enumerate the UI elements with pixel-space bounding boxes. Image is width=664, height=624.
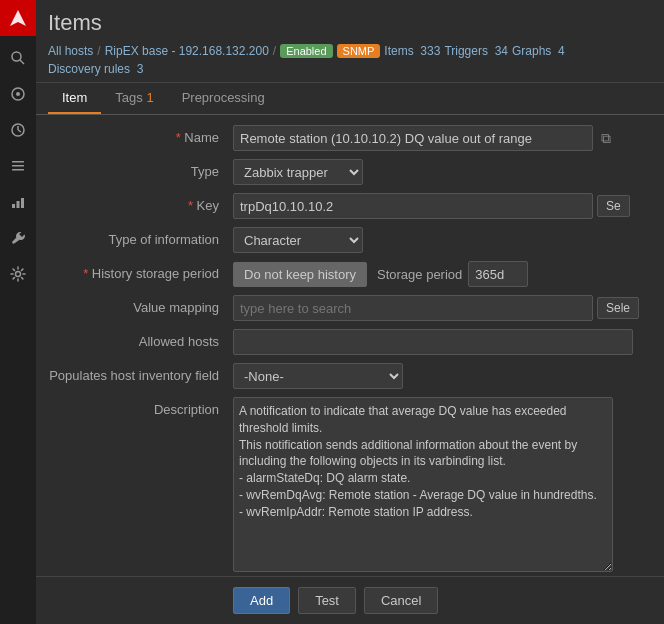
svg-rect-12 bbox=[21, 198, 24, 208]
info-type-row: Type of information Character Numeric (u… bbox=[36, 227, 664, 253]
allowed-hosts-input[interactable] bbox=[233, 329, 633, 355]
inventory-row: Populates host inventory field -None- bbox=[36, 363, 664, 389]
svg-point-13 bbox=[16, 272, 21, 277]
history-label: History storage period bbox=[48, 261, 233, 281]
page-title: Items bbox=[48, 10, 652, 36]
graphs-nav-link[interactable]: Graphs 4 bbox=[512, 44, 565, 58]
info-type-select[interactable]: Character Numeric (unsigned) Numeric (fl… bbox=[233, 227, 363, 253]
cancel-button[interactable]: Cancel bbox=[364, 587, 438, 614]
value-mapping-row: Value mapping Sele bbox=[36, 295, 664, 321]
storage-period-input[interactable] bbox=[468, 261, 528, 287]
key-select-button[interactable]: Se bbox=[597, 195, 630, 217]
tab-item[interactable]: Item bbox=[48, 83, 101, 114]
svg-rect-8 bbox=[12, 165, 24, 167]
page-header: Items All hosts / RipEX base - 192.168.1… bbox=[36, 0, 664, 83]
app-logo bbox=[0, 0, 36, 36]
test-button[interactable]: Test bbox=[298, 587, 356, 614]
clock-icon[interactable] bbox=[0, 112, 36, 148]
do-not-keep-button[interactable]: Do not keep history bbox=[233, 262, 367, 287]
search-icon[interactable] bbox=[0, 40, 36, 76]
copy-icon[interactable]: ⧉ bbox=[597, 126, 615, 151]
form-area: Name ⧉ Type Zabbix trapper Zabbix agent … bbox=[36, 115, 664, 576]
add-button[interactable]: Add bbox=[233, 587, 290, 614]
triggers-nav-link[interactable]: Triggers 34 bbox=[444, 44, 508, 58]
list-icon[interactable] bbox=[0, 148, 36, 184]
chart-icon[interactable] bbox=[0, 184, 36, 220]
history-field-group: Do not keep history Storage period bbox=[233, 261, 528, 287]
breadcrumb-sep1: / bbox=[97, 44, 100, 58]
svg-rect-9 bbox=[12, 169, 24, 171]
description-row: Description A notification to indicate t… bbox=[36, 397, 664, 572]
svg-point-3 bbox=[16, 92, 20, 96]
svg-line-1 bbox=[20, 60, 24, 64]
inventory-select[interactable]: -None- bbox=[233, 363, 403, 389]
type-label: Type bbox=[48, 159, 233, 179]
svg-rect-10 bbox=[12, 204, 15, 208]
form-footer: Add Test Cancel bbox=[36, 576, 664, 624]
main-content: Items All hosts / RipEX base - 192.168.1… bbox=[36, 0, 664, 624]
tab-preprocessing[interactable]: Preprocessing bbox=[168, 83, 279, 114]
svg-rect-11 bbox=[17, 201, 20, 208]
allowed-hosts-label: Allowed hosts bbox=[48, 329, 233, 349]
settings-icon[interactable] bbox=[0, 256, 36, 292]
type-row: Type Zabbix trapper Zabbix agent SNMP IP… bbox=[36, 159, 664, 185]
breadcrumb: All hosts / RipEX base - 192.168.132.200… bbox=[48, 44, 652, 76]
items-nav-link[interactable]: Items 333 bbox=[384, 44, 440, 58]
info-type-label: Type of information bbox=[48, 227, 233, 247]
wrench-icon[interactable] bbox=[0, 220, 36, 256]
breadcrumb-all-hosts[interactable]: All hosts bbox=[48, 44, 93, 58]
description-label: Description bbox=[48, 397, 233, 417]
breadcrumb-sep2: / bbox=[273, 44, 276, 58]
key-label: Key bbox=[48, 193, 233, 213]
discovery-nav-link[interactable]: Discovery rules 3 bbox=[48, 62, 143, 76]
svg-point-0 bbox=[12, 52, 21, 61]
name-row: Name ⧉ bbox=[36, 125, 664, 151]
value-mapping-label: Value mapping bbox=[48, 295, 233, 315]
tab-bar: Item Tags 1 Preprocessing bbox=[36, 83, 664, 115]
breadcrumb-host[interactable]: RipEX base - 192.168.132.200 bbox=[105, 44, 269, 58]
value-mapping-input[interactable] bbox=[233, 295, 593, 321]
history-row: History storage period Do not keep histo… bbox=[36, 261, 664, 287]
type-select[interactable]: Zabbix trapper Zabbix agent SNMP IPMI JM… bbox=[233, 159, 363, 185]
description-textarea[interactable]: A notification to indicate that average … bbox=[233, 397, 613, 572]
name-input[interactable] bbox=[233, 125, 593, 151]
allowed-hosts-row: Allowed hosts bbox=[36, 329, 664, 355]
inventory-label: Populates host inventory field bbox=[48, 363, 233, 383]
name-field-group: ⧉ bbox=[233, 125, 615, 151]
key-row: Key Se bbox=[36, 193, 664, 219]
storage-period-label: Storage period bbox=[377, 267, 462, 282]
sidebar bbox=[0, 0, 36, 624]
enabled-badge: Enabled bbox=[280, 44, 332, 58]
key-field-group: Se bbox=[233, 193, 630, 219]
svg-line-6 bbox=[18, 130, 21, 132]
tab-tags[interactable]: Tags 1 bbox=[101, 83, 167, 114]
name-label: Name bbox=[48, 125, 233, 145]
svg-rect-7 bbox=[12, 161, 24, 163]
key-input[interactable] bbox=[233, 193, 593, 219]
value-mapping-group: Sele bbox=[233, 295, 639, 321]
value-mapping-select-button[interactable]: Sele bbox=[597, 297, 639, 319]
monitoring-icon[interactable] bbox=[0, 76, 36, 112]
snmp-badge: SNMP bbox=[337, 44, 381, 58]
